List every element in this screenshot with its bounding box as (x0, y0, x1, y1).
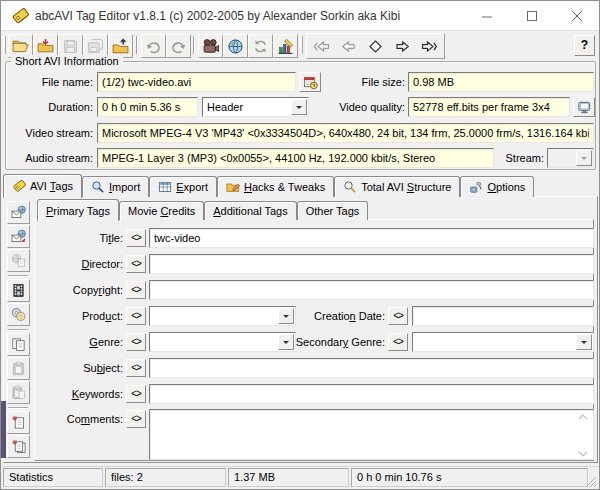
nav-last-button[interactable] (416, 35, 442, 57)
maximize-button[interactable] (510, 1, 555, 31)
audio-stream-field[interactable] (97, 148, 494, 168)
paste-clipboard-icon (11, 361, 26, 376)
resize-grip[interactable] (585, 476, 597, 488)
video-info-button[interactable] (198, 34, 223, 58)
product-expander-button[interactable]: <> (126, 307, 146, 325)
discs-button[interactable] (7, 303, 30, 326)
copyright-field[interactable] (149, 280, 594, 300)
tab-label: AVI Tags (30, 180, 73, 192)
subtab-additional-tags[interactable]: Additional Tags (204, 201, 296, 220)
undo-button (141, 34, 166, 58)
filmstrip-button[interactable] (7, 279, 30, 302)
comments-label: Comments: (41, 409, 123, 429)
tab-label: Total AVI Structure (361, 181, 451, 193)
comments-field[interactable] (149, 409, 594, 460)
file-name-label: File name: (7, 72, 93, 92)
title-expander-button[interactable]: <> (126, 229, 146, 247)
titlebar[interactable]: abcAVI Tag Editor v1.8.1 (c) 2002-2005 b… (1, 1, 599, 31)
copyright-expander-button[interactable]: <> (126, 281, 146, 299)
creation-date-label: Creation Date: (301, 306, 385, 326)
close-button[interactable] (555, 1, 600, 31)
comments-expander-button[interactable]: <> (126, 410, 146, 428)
tab-import[interactable]: Import (82, 176, 149, 197)
tab-label: Export (176, 181, 208, 193)
duration-source-value: Header (207, 100, 243, 114)
scroll-up-icon[interactable] (577, 413, 589, 421)
subtab-label: Movie Credits (128, 205, 195, 217)
dropdown-arrow-icon[interactable] (576, 334, 592, 350)
keywords-expander-button[interactable]: <> (126, 385, 146, 403)
undo-icon (145, 38, 162, 55)
title-field[interactable] (149, 228, 594, 248)
dropdown-arrow-icon (576, 150, 592, 166)
toolbar-grab-handle[interactable] (3, 36, 6, 54)
stream-combobox (547, 148, 594, 168)
file-datetime-button[interactable] (299, 72, 321, 92)
sidebar-separator (8, 275, 28, 277)
dropdown-arrow-icon[interactable] (278, 308, 294, 324)
subject-field[interactable] (149, 358, 594, 378)
scroll-down-icon[interactable] (577, 450, 589, 458)
video-quality-field[interactable] (408, 97, 570, 117)
duration-field[interactable] (97, 97, 198, 117)
subject-expander-button[interactable]: <> (126, 359, 146, 377)
email-send-button[interactable] (7, 201, 30, 224)
clear-all-tags-button[interactable] (7, 435, 30, 458)
title-label: Title: (41, 228, 123, 248)
file-size-label: File size: (321, 72, 405, 92)
paste-tags-button (7, 357, 30, 380)
audio-stream-label: Audio stream: (7, 148, 93, 168)
email-globe-receive-icon (11, 229, 26, 244)
subtab-label: Additional Tags (213, 205, 287, 217)
creation-date-field[interactable] (412, 306, 594, 326)
toolbar-grab-handle[interactable] (300, 36, 303, 54)
genre-label: Genre: (41, 332, 123, 352)
subject-label: Subject: (41, 358, 123, 378)
minimize-button[interactable] (465, 1, 510, 31)
tag-icon (12, 179, 26, 193)
genre-expander-button[interactable]: <> (126, 333, 146, 351)
main-tab-bar: AVI Tags Import Export Hacks & Tweaks To… (3, 173, 534, 197)
subtab-movie-credits[interactable]: Movie Credits (119, 201, 204, 220)
email-receive-button[interactable] (7, 225, 30, 248)
nav-current-button[interactable] (362, 35, 388, 57)
file-size-field[interactable] (408, 72, 594, 92)
file-name-field[interactable] (97, 72, 296, 92)
tab-options[interactable]: Options (460, 176, 534, 197)
tab-avi-tags[interactable]: AVI Tags (3, 174, 82, 198)
tab-export[interactable]: Export (149, 176, 217, 197)
duration-source-combobox[interactable]: Header (202, 97, 309, 117)
nav-next-button[interactable] (389, 35, 415, 57)
tab-total-avi-structure[interactable]: Total AVI Structure (334, 176, 460, 197)
secondary-genre-label: Secondary Genre: (281, 332, 385, 352)
clear-tag-button[interactable] (7, 411, 30, 434)
tab-label: Options (487, 181, 525, 193)
video-stream-field[interactable] (97, 123, 594, 143)
creation-date-expander-button[interactable]: <> (388, 307, 408, 325)
floppy-save-all-icon (87, 38, 104, 55)
director-field[interactable] (149, 254, 594, 274)
keywords-label: Keywords: (41, 384, 123, 404)
nav-first-button (308, 35, 334, 57)
secondary-genre-expander-button[interactable]: <> (388, 333, 408, 351)
secondary-genre-combobox[interactable] (412, 332, 594, 352)
product-combobox[interactable] (149, 306, 296, 326)
tab-hacks-tweaks[interactable]: Hacks & Tweaks (217, 176, 334, 197)
stream-label: Stream: (497, 148, 544, 168)
subtab-primary-tags[interactable]: Primary Tags (37, 199, 119, 221)
statistics-button[interactable] (273, 34, 298, 58)
refresh-icon (252, 38, 269, 55)
two-discs-icon (11, 307, 26, 322)
internet-button[interactable] (223, 34, 248, 58)
keywords-field[interactable] (149, 384, 594, 404)
copy-tags-button[interactable] (7, 333, 30, 356)
genre-combobox[interactable] (149, 332, 296, 352)
video-display-button[interactable] (573, 97, 595, 117)
table-icon (158, 180, 172, 194)
clear-all-tag-pages-icon (11, 439, 26, 454)
diamond-icon (367, 38, 384, 55)
subtab-other-tags[interactable]: Other Tags (297, 201, 369, 220)
paste-special-clipboard-icon (11, 385, 26, 400)
help-button[interactable]: ? (574, 35, 595, 56)
director-expander-button[interactable]: <> (126, 255, 146, 273)
